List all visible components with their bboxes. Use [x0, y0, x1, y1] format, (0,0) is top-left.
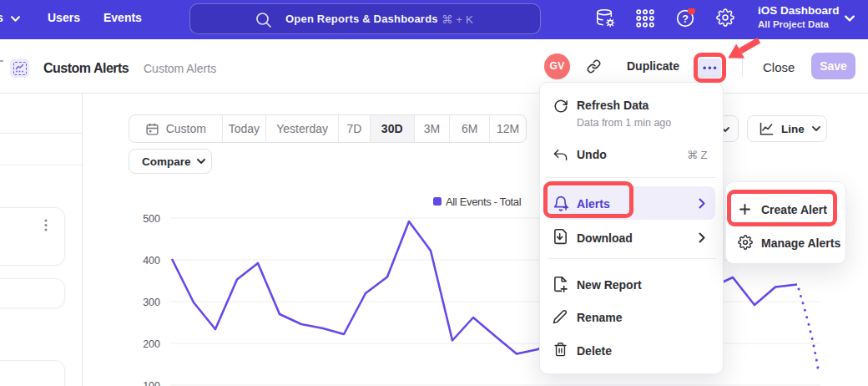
- svg-text:All Events - Total: All Events - Total: [446, 196, 522, 208]
- svg-text:500: 500: [143, 213, 160, 225]
- svg-text:100: 100: [143, 380, 160, 386]
- svg-text:200: 200: [143, 338, 160, 350]
- svg-text:300: 300: [143, 297, 160, 308]
- svg-text:400: 400: [143, 255, 160, 267]
- svg-text:?: ?: [682, 13, 689, 25]
